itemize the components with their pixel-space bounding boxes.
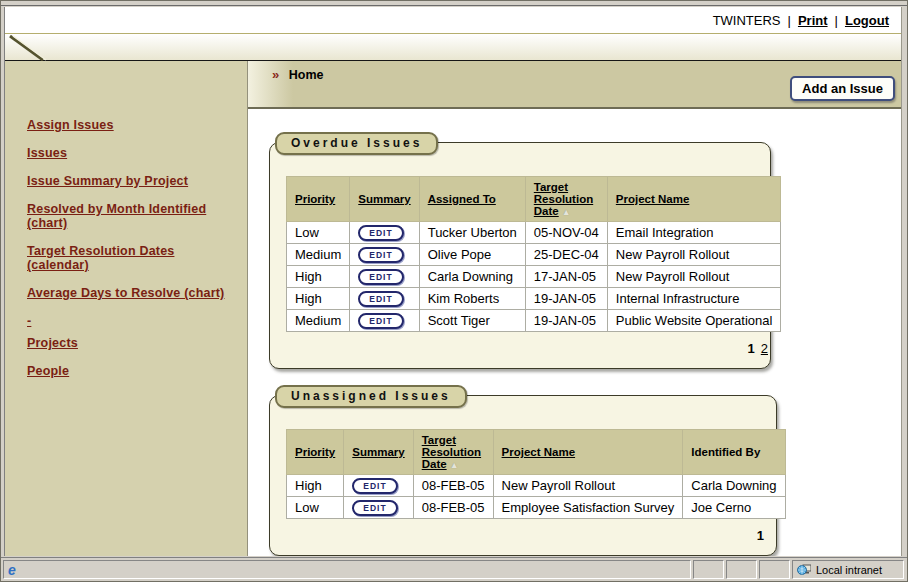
project-name-cell: Employee Satisfaction Survey bbox=[493, 497, 683, 519]
assigned-to-cell: Kim Roberts bbox=[419, 288, 525, 310]
table-row: HighEDIT08-FEB-05New Payroll RolloutCarl… bbox=[287, 475, 786, 497]
column-header-assigned-to[interactable]: Assigned To bbox=[419, 177, 525, 222]
region-title: Overdue Issues bbox=[275, 132, 438, 155]
priority-cell: High bbox=[287, 266, 350, 288]
region-title: Unassigned Issues bbox=[275, 385, 467, 408]
assigned-to-cell: Olive Pope bbox=[419, 244, 525, 266]
column-header-project-name[interactable]: Project Name bbox=[607, 177, 781, 222]
summary-cell: EDIT bbox=[350, 288, 419, 310]
pagination-page-link[interactable]: 2 bbox=[761, 341, 768, 356]
project-name-cell: New Payroll Rollout bbox=[607, 266, 781, 288]
summary-cell: EDIT bbox=[350, 266, 419, 288]
table-row: LowEDITTucker Uberton05-NOV-04Email Inte… bbox=[287, 222, 781, 244]
identified-by-cell: Carla Downing bbox=[683, 475, 785, 497]
column-header-label: Summary bbox=[358, 193, 410, 205]
assigned-to-cell: Carla Downing bbox=[419, 266, 525, 288]
column-header-label: Project Name bbox=[502, 446, 576, 458]
diagonal-decoration bbox=[7, 35, 51, 61]
target-resolution-date-cell: 19-JAN-05 bbox=[525, 310, 607, 332]
summary-cell: EDIT bbox=[350, 222, 419, 244]
print-link[interactable]: Print bbox=[798, 13, 828, 28]
main-content: » Home Add an Issue Overdue IssuesPriori… bbox=[248, 61, 901, 556]
sidebar-item-resolved-by-month-chart[interactable]: Resolved by Month Identified (chart) bbox=[27, 202, 237, 230]
column-header-target-resolution-date[interactable]: Target Resolution Date▲ bbox=[525, 177, 607, 222]
page-body: Overdue IssuesPrioritySummaryAssigned To… bbox=[248, 109, 901, 556]
username-label: TWINTERS bbox=[713, 13, 781, 28]
utility-bar: TWINTERS | Print | Logout bbox=[5, 7, 901, 34]
theme-gradient-band bbox=[5, 34, 901, 61]
sidebar-item-issue-summary-by-project[interactable]: Issue Summary by Project bbox=[27, 174, 237, 188]
priority-cell: Low bbox=[287, 222, 350, 244]
status-pane-security-zone: Local intranet bbox=[792, 560, 904, 579]
priority-cell: Medium bbox=[287, 244, 350, 266]
edit-button[interactable]: EDIT bbox=[352, 500, 397, 516]
sidebar-item-dash[interactable]: - bbox=[27, 314, 237, 328]
project-name-cell: New Payroll Rollout bbox=[607, 244, 781, 266]
column-header-priority[interactable]: Priority bbox=[287, 177, 350, 222]
ie-logo-icon: e bbox=[8, 563, 16, 577]
add-an-issue-button[interactable]: Add an Issue bbox=[790, 76, 895, 101]
edit-button[interactable]: EDIT bbox=[358, 269, 403, 285]
status-pane-1 bbox=[693, 560, 724, 579]
edit-button[interactable]: EDIT bbox=[358, 291, 403, 307]
sidebar-item-people[interactable]: People bbox=[27, 364, 237, 378]
breadcrumb-home-link[interactable]: Home bbox=[289, 68, 324, 82]
sidebar-item-projects[interactable]: Projects bbox=[27, 336, 237, 350]
column-header-label: Project Name bbox=[616, 193, 690, 205]
column-header-label: Identified By bbox=[691, 446, 760, 458]
pagination-current-page: 1 bbox=[757, 528, 764, 543]
sidebar-item-average-days-chart[interactable]: Average Days to Resolve (chart) bbox=[27, 286, 237, 300]
status-pane-3 bbox=[759, 560, 790, 579]
intranet-globe-icon bbox=[797, 563, 811, 576]
target-resolution-date-cell: 08-FEB-05 bbox=[413, 475, 493, 497]
status-pane-2 bbox=[726, 560, 757, 579]
table-row: HighEDITKim Roberts19-JAN-05Internal Inf… bbox=[287, 288, 781, 310]
sidebar-item-issues[interactable]: Issues bbox=[27, 146, 237, 160]
status-bar: e Local intranet bbox=[1, 557, 907, 581]
edit-button[interactable]: EDIT bbox=[358, 313, 403, 329]
table-row: MediumEDITOlive Pope25-DEC-04New Payroll… bbox=[287, 244, 781, 266]
column-header-priority[interactable]: Priority bbox=[287, 430, 344, 475]
sidebar-item-assign-issues[interactable]: Assign Issues bbox=[27, 118, 237, 132]
regions-container: Overdue IssuesPrioritySummaryAssigned To… bbox=[269, 142, 901, 556]
separator: | bbox=[788, 13, 791, 28]
security-zone-label: Local intranet bbox=[816, 564, 882, 576]
browser-window: TWINTERS | Print | Logout Assign Issues … bbox=[0, 0, 908, 582]
priority-cell: Low bbox=[287, 497, 344, 519]
separator: | bbox=[835, 13, 838, 28]
breadcrumb: » Home bbox=[272, 67, 323, 82]
target-resolution-date-cell: 19-JAN-05 bbox=[525, 288, 607, 310]
pagination-current-page: 1 bbox=[748, 341, 755, 356]
pagination: 1 bbox=[286, 528, 766, 543]
region-overdue-issues: Overdue IssuesPrioritySummaryAssigned To… bbox=[269, 142, 771, 369]
column-header-label: Priority bbox=[295, 193, 335, 205]
column-header-summary[interactable]: Summary bbox=[344, 430, 413, 475]
project-name-cell: Public Website Operational bbox=[607, 310, 781, 332]
sidebar: Assign Issues Issues Issue Summary by Pr… bbox=[5, 61, 248, 556]
assigned-to-cell: Tucker Uberton bbox=[419, 222, 525, 244]
target-resolution-date-cell: 05-NOV-04 bbox=[525, 222, 607, 244]
column-header-target-resolution-date[interactable]: Target Resolution Date▲ bbox=[413, 430, 493, 475]
unassigned-issues-table: PrioritySummaryTarget Resolution Date▲Pr… bbox=[286, 429, 786, 519]
assigned-to-cell: Scott Tiger bbox=[419, 310, 525, 332]
summary-cell: EDIT bbox=[344, 475, 413, 497]
sort-ascending-icon: ▲ bbox=[450, 460, 459, 470]
edit-button[interactable]: EDIT bbox=[352, 478, 397, 494]
breadcrumb-chevron-icon: » bbox=[272, 67, 279, 82]
column-header-summary[interactable]: Summary bbox=[350, 177, 419, 222]
target-resolution-date-cell: 17-JAN-05 bbox=[525, 266, 607, 288]
edit-button[interactable]: EDIT bbox=[358, 247, 403, 263]
overdue-issues-table: PrioritySummaryAssigned ToTarget Resolut… bbox=[286, 176, 781, 332]
status-pane-main: e bbox=[3, 560, 691, 579]
region-unassigned-issues: Unassigned IssuesPrioritySummaryTarget R… bbox=[269, 395, 777, 556]
summary-cell: EDIT bbox=[350, 244, 419, 266]
identified-by-cell: Joe Cerno bbox=[683, 497, 785, 519]
sidebar-item-target-resolution-calendar[interactable]: Target Resolution Dates (calendar) bbox=[27, 244, 237, 272]
column-header-label: Assigned To bbox=[428, 193, 496, 205]
pagination: 12 bbox=[286, 341, 770, 356]
target-resolution-date-cell: 08-FEB-05 bbox=[413, 497, 493, 519]
edit-button[interactable]: EDIT bbox=[358, 225, 403, 241]
logout-link[interactable]: Logout bbox=[845, 13, 889, 28]
project-name-cell: New Payroll Rollout bbox=[493, 475, 683, 497]
column-header-project-name[interactable]: Project Name bbox=[493, 430, 683, 475]
